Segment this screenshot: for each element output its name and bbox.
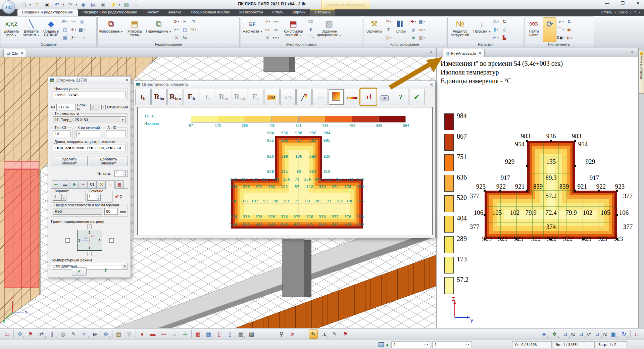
zoom-cancel-button[interactable]: ⌀	[288, 330, 297, 339]
x-y-button[interactable]: X/Y	[280, 89, 296, 105]
tb-button[interactable]: tb	[135, 89, 151, 105]
flag-report-button[interactable]: ⚑	[341, 330, 350, 339]
plumb-line-button[interactable]: ┴	[181, 330, 190, 339]
plate-generator-button[interactable]: ▩▼	[78, 26, 86, 34]
rotate-view-button[interactable]: ↻▼	[620, 330, 629, 339]
add-pen-button[interactable]: ✚▼	[409, 18, 417, 26]
labels-L-button[interactable]: . L▼	[319, 330, 329, 339]
pack-scheme-button[interactable]: ⬒Упаковка схемы	[124, 17, 145, 42]
minimize-button[interactable]: —	[604, 1, 610, 6]
table-input-red-button[interactable]: ▦	[193, 330, 202, 339]
stiffness-button[interactable]: EFЖесткости ▼	[242, 17, 263, 42]
add-element-button[interactable]: ╲Добавить элемент ▼	[21, 17, 41, 42]
rotate-copy-button[interactable]: ⟳▼	[172, 18, 181, 26]
face-right-checkbox[interactable]	[109, 238, 114, 243]
right-tabstrip-dropdown-icon[interactable]: ▼	[631, 51, 634, 54]
fireanalysis-tab-close-icon[interactable]: ✕	[479, 51, 481, 55]
draw-pencil-button[interactable]: ✎	[330, 330, 339, 339]
fire-dialog-titlebar[interactable]: Огнестойкость элемента ✕	[134, 81, 435, 88]
delete-element-button[interactable]: Удалить элемент	[51, 156, 88, 166]
ribbon-tab-5[interactable]: Расширенный анализ	[186, 9, 234, 16]
view-rotate-mode-button[interactable]: ◈▼	[539, 330, 548, 339]
fire-dialog-close-icon[interactable]: ✕	[430, 82, 433, 87]
ribbon-tab-8[interactable]: Кирпич	[288, 9, 310, 16]
add-element-button[interactable]: Добавить элемент	[89, 156, 128, 166]
find-center-button[interactable]: ⤱GНайти центр	[525, 17, 543, 42]
close-button[interactable]: ✕	[635, 1, 641, 6]
pan-move-button[interactable]: ✥▼	[15, 330, 24, 339]
sum-loads-button[interactable]: Σ↓	[566, 18, 574, 26]
pano-mode-button[interactable]: ⟳	[543, 17, 556, 42]
left-tabstrip-dropdown-icon[interactable]: ▼	[430, 51, 433, 54]
style-menu[interactable]: Стиль	[601, 10, 612, 14]
aid-input[interactable]	[106, 131, 126, 137]
hinges-button[interactable]: ⊶▼	[272, 34, 280, 42]
move-button[interactable]: ⧉Перемещение ▼	[145, 17, 172, 42]
diagram-tool-button[interactable]: ⌒▼	[557, 26, 565, 34]
building-loads-button[interactable]: ▙	[500, 34, 508, 42]
rigid-links-button[interactable]: ⊸▼	[272, 18, 280, 26]
rsn-button[interactable]: Rsn	[216, 89, 231, 105]
joints-button[interactable]: ∘∘	[263, 26, 271, 34]
beam-dialog-close-icon[interactable]: ✕	[125, 78, 129, 83]
hinge-tab[interactable]: ⊕	[70, 180, 79, 188]
hide-fragment-button[interactable]: ⊘▼	[101, 330, 110, 339]
node-flags-button[interactable]: ⚑	[26, 330, 35, 339]
values-button[interactable]: 1/?	[312, 89, 328, 105]
eb-button[interactable]: Eb	[184, 89, 199, 105]
rbtn-button[interactable]: Rbtn	[167, 89, 183, 105]
variant-tab[interactable]: ⚒	[97, 180, 106, 188]
doc-tab-close-icon[interactable]: ✕	[20, 51, 23, 55]
redo-button[interactable]: ↷	[66, 1, 75, 9]
grid-snap-button[interactable]: ⌗▼	[80, 330, 89, 339]
save-button[interactable]: ▣	[43, 1, 51, 9]
snapshot-button[interactable]: ◉	[99, 1, 108, 9]
doc-tab-fireanalysis[interactable]: ▥ FireAnalysis.lir ✕	[443, 49, 485, 57]
display-mode-icon[interactable]	[379, 342, 384, 347]
supports-button[interactable]: ⇗▼	[263, 18, 271, 26]
stiffness-type-select[interactable]: 11. Тавр_L 25 X 50▼	[53, 116, 126, 123]
set-reinforcement-button[interactable]: ▨Заданное армирование ▼	[315, 17, 343, 42]
cylinder-generator-button[interactable]: ⌻▼	[69, 18, 78, 26]
create-in-sapfir-button[interactable]: ◆Создать в САПФИР	[41, 17, 61, 42]
frame-generator-button[interactable]: ⊞▼	[61, 18, 69, 26]
plates-button[interactable]: ▱	[272, 26, 280, 34]
es-button[interactable]: Es	[248, 89, 263, 105]
variant-stepper[interactable]: 1 ▲▼	[53, 194, 81, 201]
weight-load-button[interactable]: ⚖▼	[492, 18, 500, 26]
report-book-button[interactable]: ▤	[114, 330, 123, 339]
undo-button[interactable]: ↶	[53, 1, 61, 9]
c1-tab[interactable]: C1	[88, 180, 97, 188]
dxf-import-button[interactable]: ⋯▼	[78, 34, 86, 42]
variants-button[interactable]: ⚒Варианты	[364, 17, 384, 42]
cursor-scale-button[interactable]: ➤▼	[557, 18, 565, 26]
c-matrix-button[interactable]: C▦▼	[557, 34, 565, 42]
ribbon-tab-6[interactable]: Железобетон	[234, 9, 267, 16]
dock-panel-red-button[interactable]: ▯	[215, 330, 224, 339]
highlight-tool-button[interactable]: ✎	[309, 330, 318, 339]
copy-button[interactable]: ⧉Копирование ▼	[98, 17, 124, 42]
ribbon-tab-4[interactable]: Анализ	[164, 9, 186, 16]
element-number-input[interactable]: 31736	[56, 104, 76, 110]
dock-panel-blue-button[interactable]: ▯	[226, 330, 235, 339]
doc-tab-2lir[interactable]: ▤ 2.lir ✕	[3, 49, 26, 57]
blocks-button[interactable]: ▋▍Блоки	[393, 17, 409, 42]
cut-loads-button[interactable]: ✂▼	[492, 34, 500, 42]
add-node-c-button[interactable]: ⊕	[409, 34, 417, 42]
matrix-pick-button[interactable]: ▮↓▼	[566, 34, 574, 42]
view-pan-mode-button[interactable]: ✥▼	[550, 330, 559, 339]
loads-button[interactable]: ↓Нагрузки ▼	[472, 17, 492, 42]
table-input-blue-button[interactable]: ▦	[204, 330, 213, 339]
load-exchange-button[interactable]: ⇅	[500, 18, 508, 26]
knife-button[interactable]: ⚔	[172, 34, 181, 42]
help-button[interactable]: ?	[104, 267, 107, 276]
cc-unification-button[interactable]: CC	[307, 18, 315, 26]
circle-tool-button[interactable]: ◎	[58, 330, 67, 339]
truss-generator-button[interactable]: ◫	[61, 26, 69, 34]
ribbon-tab-2[interactable]: Расширенное редактирование	[78, 9, 142, 16]
undo-button-dropdown-icon[interactable]: ▼	[62, 4, 64, 6]
dock-panel-dark-button[interactable]: ▩	[247, 330, 256, 339]
app-logo[interactable]: ЛС	[2, 0, 15, 14]
isofields-button[interactable]	[329, 89, 344, 105]
ts-button[interactable]: ts	[200, 89, 215, 105]
